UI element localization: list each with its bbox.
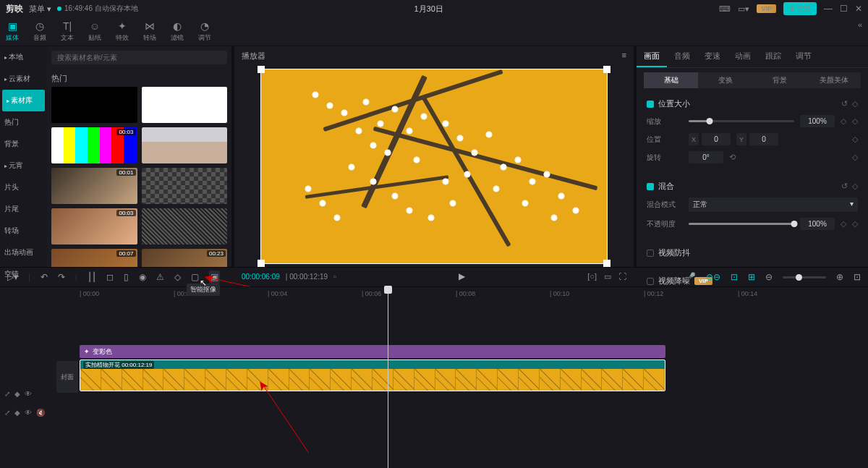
rotate-input[interactable] — [689, 151, 723, 163]
sidebar-item[interactable]: 本地 — [0, 46, 47, 68]
prop-subtab[interactable]: 背景 — [752, 72, 807, 88]
media-thumb[interactable]: 00:03 — [51, 127, 137, 163]
delete-right-icon[interactable]: ▯ — [124, 272, 129, 282]
resize-handle[interactable] — [258, 66, 265, 73]
video-clip[interactable]: 实拍植物开花 00:00:12:19 — [80, 359, 665, 391]
toolbar-调节[interactable]: ◔调节 — [198, 20, 211, 43]
fullscreen-icon[interactable]: ⛶ — [618, 272, 626, 281]
pointer-tool-icon[interactable]: ▷▾ — [7, 272, 18, 282]
vip-badge[interactable]: VIP — [757, 4, 776, 13]
sidebar-item[interactable]: 片头 — [0, 176, 47, 198]
toolbar-贴纸[interactable]: ☺贴纸 — [88, 20, 101, 43]
undo-icon[interactable]: ↶ — [41, 272, 48, 282]
layout-icon[interactable]: ▭▾ — [738, 4, 749, 14]
sidebar-item[interactable]: 出场动画 — [0, 242, 47, 263]
delete-left-icon[interactable]: ◻ — [106, 272, 114, 282]
prop-subtab[interactable]: 美颜美体 — [807, 72, 861, 88]
preview-icon[interactable]: ⊞ — [748, 272, 755, 282]
pos-y-input[interactable] — [749, 133, 778, 145]
keyframe-icon[interactable]: ◇ — [852, 153, 858, 162]
media-thumb[interactable]: 00:01 — [51, 168, 137, 204]
media-thumb[interactable] — [142, 127, 228, 163]
export-button[interactable]: ⬆ 导出 — [783, 2, 817, 15]
maximize-button[interactable]: ☐ — [840, 4, 848, 14]
prop-tab[interactable]: 动画 — [728, 46, 758, 67]
link-icon[interactable]: ⊡ — [731, 272, 738, 282]
media-thumb[interactable] — [142, 208, 228, 244]
fit-icon[interactable]: ⊡ — [854, 272, 861, 282]
mute-icon[interactable]: 🔇 — [36, 409, 45, 417]
prop-tab[interactable]: 调节 — [788, 46, 819, 67]
scale-input[interactable] — [800, 115, 835, 127]
sidebar-item[interactable]: 热门 — [0, 111, 47, 133]
split-icon[interactable]: ⎮⎮ — [88, 272, 96, 282]
original-ratio-icon[interactable]: [○] — [587, 272, 597, 281]
search-input[interactable] — [51, 51, 227, 64]
media-thumb[interactable]: 00:23 — [142, 249, 228, 267]
media-thumb[interactable]: 00:03 — [51, 208, 137, 244]
keyframe-icon[interactable]: ◇ — [852, 99, 858, 109]
checkbox-icon[interactable] — [647, 250, 654, 257]
lock-icon[interactable]: ⤢ — [4, 409, 10, 417]
redo-icon[interactable]: ↷ — [58, 272, 65, 282]
toolbar-音频[interactable]: ◷音频 — [33, 20, 46, 43]
media-thumb[interactable] — [142, 87, 228, 123]
media-thumb[interactable] — [51, 87, 137, 123]
scale-slider[interactable] — [689, 120, 794, 122]
cover-button[interactable]: 封面 — [56, 361, 78, 393]
collapse-icon[interactable]: « — [858, 20, 862, 29]
zoom-in-icon[interactable]: ⊕ — [836, 272, 843, 282]
freeze-icon[interactable]: ◉ — [139, 272, 146, 282]
close-button[interactable]: ✕ — [855, 4, 862, 14]
checkbox-icon[interactable] — [647, 183, 654, 190]
preview-menu-icon[interactable]: ≡ — [622, 51, 626, 61]
reset-icon[interactable]: ↺ — [841, 99, 848, 109]
prop-tab[interactable]: 画面 — [637, 46, 667, 67]
mic-icon[interactable]: 🎤 — [685, 272, 696, 282]
keyframe-icon[interactable]: ◇ — [852, 116, 858, 126]
ratio-icon[interactable]: ▭ — [604, 272, 611, 281]
shortcut-icon[interactable]: ⌨ — [719, 4, 731, 14]
keyframe-icon[interactable]: ◇ — [852, 135, 858, 144]
smart-cutout-icon[interactable]: ▣ — [209, 271, 220, 284]
timeline-ruler[interactable]: | 00:00| 00:02| 00:04| 00:06| 00:08| 00:… — [58, 287, 868, 302]
effect-clip[interactable]: ✦ 变彩色 — [80, 345, 665, 358]
toolbar-滤镜[interactable]: ◐滤镜 — [171, 20, 184, 43]
opacity-slider[interactable] — [689, 223, 794, 225]
lock-icon[interactable]: ⤢ — [4, 390, 10, 398]
prop-tab[interactable]: 变速 — [697, 46, 728, 67]
minimize-button[interactable]: — — [824, 4, 833, 14]
stepper-icon[interactable]: ◇ — [841, 219, 846, 229]
reset-icon[interactable]: ↺ — [841, 182, 848, 191]
keyframe-icon[interactable]: ◇ — [852, 219, 858, 229]
menu-dropdown[interactable]: 菜单 ▾ — [29, 4, 51, 14]
visibility-icon[interactable]: ◆ — [14, 390, 20, 398]
media-thumb[interactable]: 00:07 — [51, 249, 137, 267]
eye-icon[interactable]: 👁 — [25, 409, 32, 417]
mirror-icon[interactable]: ⚠ — [156, 272, 164, 282]
toolbar-转场[interactable]: ⋈转场 — [143, 20, 156, 43]
toolbar-文本[interactable]: T|文本 — [61, 20, 74, 43]
prop-subtab[interactable]: 基础 — [644, 72, 698, 88]
checkbox-icon[interactable] — [647, 278, 654, 285]
blend-mode-select[interactable]: 正常▾ — [689, 197, 858, 212]
rotate-icon[interactable]: ⟲ — [729, 153, 736, 162]
resize-handle[interactable] — [603, 66, 610, 73]
sidebar-item[interactable]: 元宵 — [0, 155, 47, 176]
visibility-icon[interactable]: ◆ — [14, 409, 20, 417]
pos-x-input[interactable] — [702, 133, 731, 145]
prop-tab[interactable]: 音频 — [667, 46, 697, 67]
sidebar-item[interactable]: 片尾 — [0, 198, 47, 220]
sidebar-item[interactable]: 背景 — [0, 133, 47, 155]
preview-canvas[interactable] — [260, 69, 608, 264]
checkbox-icon[interactable] — [647, 101, 654, 108]
toolbar-媒体[interactable]: ▣媒体 — [6, 20, 19, 43]
opacity-input[interactable] — [800, 218, 835, 230]
crop-icon[interactable]: ▢ — [191, 272, 199, 282]
toolbar-特效[interactable]: ✦特效 — [116, 20, 129, 43]
magnet-icon[interactable]: ⊖⊖ — [706, 272, 720, 282]
sidebar-item[interactable]: 转场 — [0, 220, 47, 242]
media-thumb[interactable] — [142, 168, 228, 204]
eye-icon[interactable]: 👁 — [25, 390, 32, 398]
play-button[interactable]: ▶ — [459, 271, 465, 281]
